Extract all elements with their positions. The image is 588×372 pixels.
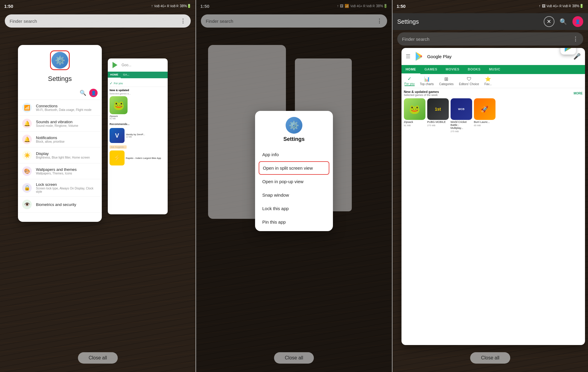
settings-item-sounds[interactable]: 🔔 Sounds and vibration Sound mode, Ringt… [18,116,102,132]
context-menu-item-snap[interactable]: Snap window [255,188,333,202]
display-texts: Display Brightness, Blue light filter, H… [36,151,90,159]
sounds-icon: 🔔 [22,119,32,128]
close-settings-btn[interactable]: ✕ [544,16,554,27]
battery-icon-3: 38%🔋 [572,4,584,8]
time-3: 1:50 [397,4,406,9]
context-menu-icon-wrap: ⚙️ [255,117,333,134]
notifications-texts: Notifications Block, allow, prioritise [36,135,65,143]
wallpapers-texts: Wallpapers and themes Wallpapers, Themes… [36,167,77,175]
context-menu-app-icon: ⚙️ [286,117,302,134]
varsity-size: 12 MB [126,136,145,138]
play-tab-music-lg[interactable]: MUSIC [485,65,504,74]
notifications-icon: 🔔 [22,135,32,144]
play-tab-ga[interactable]: GA... [121,72,132,78]
close-all-btn-2[interactable]: Close all [274,352,314,364]
context-menu-title: Settings [255,136,333,142]
settings-card-1: ⚙️ Settings 🔍 👤 📶 Connections Wi-Fi, Blu… [18,45,102,222]
search-icon-settings[interactable]: 🔍 [80,90,86,96]
finder-bar-1[interactable]: Finder search ⋮ [5,14,191,28]
pubg-img: 1st [427,98,449,120]
wallpapers-icon: 🎨 [22,166,32,176]
display-title: Display [36,151,90,156]
zipsack-name-mini: Zipsack [110,115,166,118]
connections-icon: 📶 [22,103,32,112]
image-icon-3: 🖼 [542,4,545,8]
close-all-btn-1[interactable]: Close all [78,352,118,364]
game-item-wcb[interactable]: WCB World Cricket Battle - Multiplay... … [451,98,472,133]
close-all-btn-3[interactable]: Close all [470,352,510,364]
play-tab-books-lg[interactable]: BOOKS [463,65,485,74]
settings-item-lockscreen[interactable]: 🔒 Lock screen Screen lock type, Always O… [18,179,102,197]
status-icons-1: ↑ VoB 4G+ R VoB R 38%🔋 [151,4,191,8]
wallpapers-title: Wallpapers and themes [36,167,77,172]
zipsack-img: 🐸 [404,98,425,120]
splitscreen-label: Open in split screen view [263,165,313,171]
app-icon-highlight: ⚙️ [50,50,70,70]
varsity-name: Varsity by ZeroP... [126,133,145,136]
editors-icon: 🛡 [467,76,472,82]
play-tab-home-lg[interactable]: HOME [401,65,420,74]
game-item-burri[interactable]: 🚀 Burri Launc... 65 MB [474,98,495,133]
play-tab-movies-lg[interactable]: MOVIES [442,65,464,74]
burri-name: Burri Launc... [474,121,495,124]
play-logo-sm [111,61,119,69]
topcharts-label: Top charts [420,82,434,86]
play-tab-games-lg[interactable]: GAMES [420,65,442,74]
zipsack-thumb: 🐸 [110,96,128,114]
subtab-fav[interactable]: ⭐ Fav... [484,76,492,86]
time-1: 1:50 [4,4,13,9]
avatar-settings[interactable]: 👤 [572,16,583,27]
game-item-pubg[interactable]: 1st PUBG MOBILE 275 MB [427,98,449,133]
connections-title: Connections [36,104,92,108]
settings-header-title: Settings [397,18,540,25]
more-options-icon-1[interactable]: ⋮ [180,18,186,24]
more-options-icon-3[interactable]: ⋮ [573,36,578,42]
play-large-tabs: HOME GAMES MOVIES BOOKS MUSIC [401,65,585,74]
context-menu-item-splitscreen[interactable]: Open in split screen view [259,161,329,175]
finder-bar-3[interactable]: Finder search ⋮ [397,32,583,46]
zipsack-name: Zipsack [404,121,425,124]
subtab-editors[interactable]: 🛡 Editors' Choice [459,76,479,86]
play-mini-title: Goo... [122,63,131,67]
play-tab-home[interactable]: HOME [108,72,121,78]
rapido-name: Rapido - India's Largest Bike App [126,157,161,159]
wcb-name: World Cricket Battle - Multiplay... [451,121,472,129]
settings-item-notifications[interactable]: 🔔 Notifications Block, allow, prioritise [18,132,102,147]
settings-item-wallpapers[interactable]: 🎨 Wallpapers and themes Wallpapers, Them… [18,163,102,179]
play-mini-section-sub: Selected games a... [110,92,166,96]
status-icons-3: ↑ 🖼 VoB 4G+ R VoB R 38%🔋 [539,4,584,8]
context-menu-item-lock[interactable]: Lock this app [255,202,333,215]
snap-label: Snap window [262,192,289,198]
settings-item-biometrics[interactable]: 👁️ Biometrics and security [18,197,102,213]
settings-item-connections[interactable]: 📶 Connections Wi-Fi, Bluetooth, Data usa… [18,100,102,116]
context-menu-item-pin[interactable]: Pin this app [255,215,333,229]
avatar-icon-p3: 👤 [575,19,580,24]
rapido-row: ⚡ Rapido - India's Largest Bike App [110,150,166,165]
categories-label: Categories [439,82,454,86]
lockscreen-sub: Screen lock type, Always On Display, Clo… [36,187,98,193]
signal-icons: VoB 4G+ R VoB R [154,4,178,8]
ads-badge: Ads Suggeste... [110,145,127,149]
context-menu: ⚙️ Settings App info Open in split scree… [255,111,333,231]
appinfo-label: App info [262,152,279,157]
play-games-row: 🐸 Zipsack 91 MB 1st PUBG MOBILE 275 MB W… [401,97,585,135]
context-menu-item-appinfo[interactable]: App info [255,148,333,161]
play-mini-tabs: HOME GA... [108,72,168,78]
foryou-icon: ✓ [407,76,411,82]
subtab-categories[interactable]: ⊞ Categories [439,76,454,86]
biometrics-title: Biometrics and security [36,202,76,207]
gear-icon-1: ⚙️ [55,55,65,65]
lockscreen-title: Lock screen [36,182,98,187]
connections-sub: Wi-Fi, Bluetooth, Data usage, Flight mod… [36,108,92,112]
subtab-topcharts[interactable]: 📊 Top charts [420,76,434,86]
search-settings-btn[interactable]: 🔍 [558,16,569,27]
game-item-zipsack[interactable]: 🐸 Zipsack 91 MB [404,98,425,133]
settings-item-display[interactable]: ☀️ Display Brightness, Blue light filter… [18,147,102,163]
context-menu-item-popup[interactable]: Open in pop-up view [255,175,333,188]
upload-icon: ↑ [151,4,153,8]
avatar-icon-settings[interactable]: 👤 [89,89,98,97]
display-sub: Brightness, Blue light filter, Home scre… [36,156,90,159]
more-btn[interactable]: MORE [574,92,583,95]
subtab-foryou[interactable]: ✓ For you [404,76,415,86]
hamburger-icon[interactable]: ☰ [406,53,410,60]
